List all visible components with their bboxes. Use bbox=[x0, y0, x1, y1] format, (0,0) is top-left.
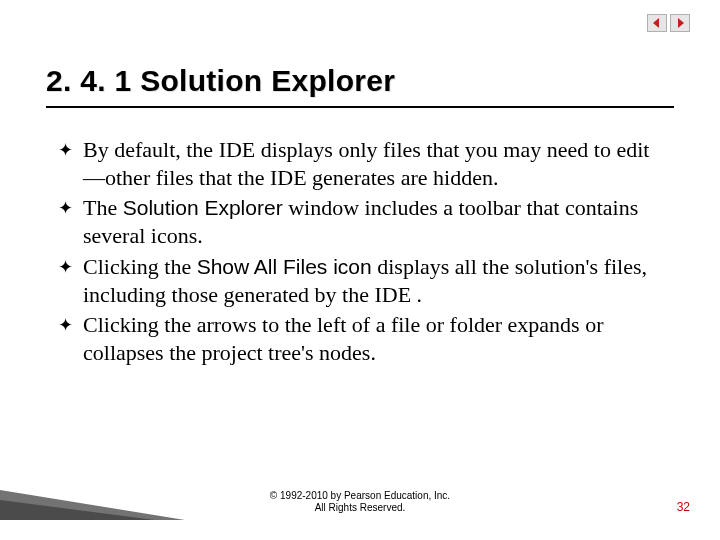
copyright-line-2: All Rights Reserved. bbox=[0, 502, 720, 514]
bullet-text: Clicking the Show All Files icon display… bbox=[83, 253, 662, 309]
list-item: ✦ Clicking the Show All Files icon displ… bbox=[58, 253, 662, 309]
bullet-icon: ✦ bbox=[58, 314, 73, 336]
arrow-left-icon bbox=[651, 17, 663, 29]
bullet-list: ✦ By default, the IDE displays only file… bbox=[58, 136, 662, 369]
prev-button[interactable] bbox=[647, 14, 667, 32]
list-item: ✦ Clicking the arrows to the left of a f… bbox=[58, 311, 662, 367]
list-item: ✦ The Solution Explorer window includes … bbox=[58, 194, 662, 250]
slide-title-text: 2. 4. 1 Solution Explorer bbox=[46, 64, 674, 98]
copyright-line-1: © 1992-2010 by Pearson Education, Inc. bbox=[0, 490, 720, 502]
next-button[interactable] bbox=[670, 14, 690, 32]
inline-term: Show All Files icon bbox=[197, 255, 372, 278]
bullet-text: Clicking the arrows to the left of a fil… bbox=[83, 311, 662, 367]
page-number: 32 bbox=[677, 500, 690, 514]
bullet-text: The Solution Explorer window includes a … bbox=[83, 194, 662, 250]
list-item: ✦ By default, the IDE displays only file… bbox=[58, 136, 662, 192]
inline-term: Solution Explorer bbox=[123, 196, 283, 219]
arrow-right-icon bbox=[674, 17, 686, 29]
copyright-footer: © 1992-2010 by Pearson Education, Inc. A… bbox=[0, 490, 720, 514]
bullet-text: By default, the IDE displays only files … bbox=[83, 136, 662, 192]
bullet-icon: ✦ bbox=[58, 139, 73, 161]
slide-title: 2. 4. 1 Solution Explorer bbox=[46, 64, 674, 108]
bullet-icon: ✦ bbox=[58, 256, 73, 278]
bullet-icon: ✦ bbox=[58, 197, 73, 219]
nav-arrows-group bbox=[647, 14, 690, 32]
